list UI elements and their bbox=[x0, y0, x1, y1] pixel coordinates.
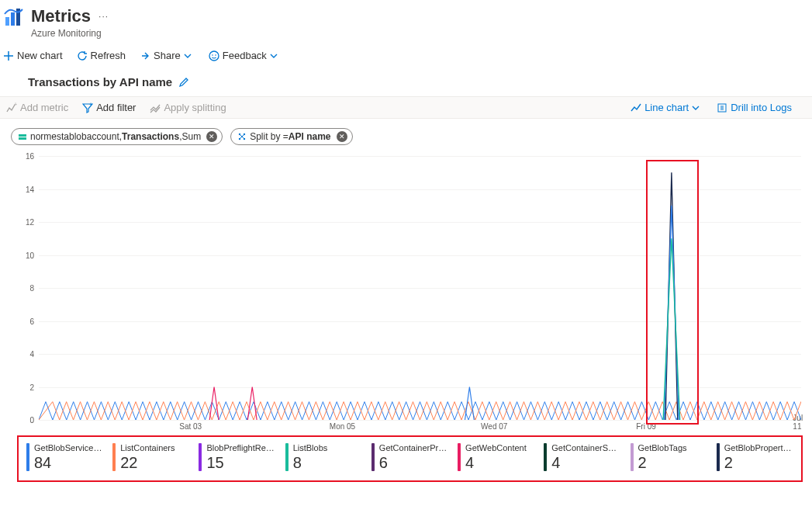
chart-type-button[interactable]: Line chart bbox=[631, 102, 703, 113]
x-tick: Sat 03 bbox=[179, 422, 202, 431]
scope-pill[interactable]: normestablobaccount, Transactions, Sum ✕ bbox=[11, 128, 223, 145]
split-icon bbox=[150, 102, 161, 113]
scope-metric: Transactions bbox=[122, 131, 179, 142]
filter-icon: + bbox=[82, 102, 93, 113]
svg-point-5 bbox=[215, 54, 216, 56]
new-chart-button[interactable]: New chart bbox=[3, 50, 63, 61]
svg-point-3 bbox=[209, 51, 219, 61]
feedback-button[interactable]: Feedback bbox=[209, 50, 281, 61]
svg-text:+: + bbox=[89, 102, 92, 107]
y-tick: 0 bbox=[29, 416, 34, 425]
page-subtitle: Azure Monitoring bbox=[31, 28, 109, 39]
plus-icon bbox=[3, 50, 14, 61]
add-filter-button[interactable]: + Add filter bbox=[82, 102, 136, 113]
chevron-down-icon bbox=[270, 52, 278, 60]
x-tick: Wed 07 bbox=[481, 422, 507, 431]
apply-splitting-button[interactable]: Apply splitting bbox=[150, 102, 226, 113]
drill-logs-button[interactable]: Drill into Logs bbox=[717, 102, 792, 113]
chevron-down-icon bbox=[692, 104, 700, 112]
chart-canvas[interactable]: 0246810121416 Sat 03Mon 05Wed 07Fri 09Ju… bbox=[19, 156, 801, 420]
split-value: API name bbox=[289, 131, 331, 142]
refresh-icon bbox=[77, 50, 88, 61]
svg-rect-9 bbox=[19, 134, 26, 137]
y-tick: 6 bbox=[29, 317, 34, 325]
y-tick: 14 bbox=[26, 185, 34, 193]
share-icon bbox=[140, 50, 150, 61]
y-tick: 8 bbox=[29, 284, 34, 293]
y-tick: 4 bbox=[29, 350, 34, 359]
y-tick: 16 bbox=[26, 152, 34, 161]
add-metric-icon: + bbox=[6, 102, 17, 113]
drill-icon bbox=[717, 102, 727, 113]
svg-text:+: + bbox=[14, 102, 17, 107]
metrics-icon bbox=[3, 6, 31, 30]
add-metric-button[interactable]: + Add metric bbox=[6, 102, 68, 113]
pencil-icon[interactable] bbox=[178, 77, 189, 88]
chart-title: Transactions by API name bbox=[28, 75, 172, 88]
remove-split-icon[interactable]: ✕ bbox=[337, 131, 347, 142]
remove-scope-icon[interactable]: ✕ bbox=[206, 131, 217, 142]
resource-icon bbox=[18, 132, 27, 141]
svg-rect-0 bbox=[5, 17, 9, 26]
chevron-down-icon bbox=[184, 52, 192, 60]
svg-rect-1 bbox=[11, 12, 15, 26]
line-chart-icon bbox=[631, 102, 641, 113]
more-actions[interactable]: ··· bbox=[98, 11, 109, 22]
x-tick: Mon 05 bbox=[330, 422, 355, 431]
y-tick: 10 bbox=[26, 251, 34, 259]
split-prefix: Split by = bbox=[250, 131, 289, 142]
scope-agg: Sum bbox=[181, 131, 201, 142]
split-pill[interactable]: Split by = API name ✕ bbox=[230, 128, 352, 145]
share-button[interactable]: Share bbox=[140, 50, 195, 61]
scope-resource: normestablobaccount bbox=[30, 131, 119, 142]
y-tick: 2 bbox=[29, 383, 34, 391]
feedback-icon bbox=[209, 50, 219, 61]
svg-rect-10 bbox=[19, 137, 26, 140]
command-bar: New chart Refresh Share Feedback bbox=[0, 47, 812, 71]
refresh-button[interactable]: Refresh bbox=[77, 50, 126, 61]
page-title: Metrics bbox=[31, 6, 91, 26]
y-tick: 12 bbox=[26, 218, 34, 227]
svg-point-4 bbox=[212, 54, 213, 56]
split-by-icon bbox=[237, 132, 247, 141]
